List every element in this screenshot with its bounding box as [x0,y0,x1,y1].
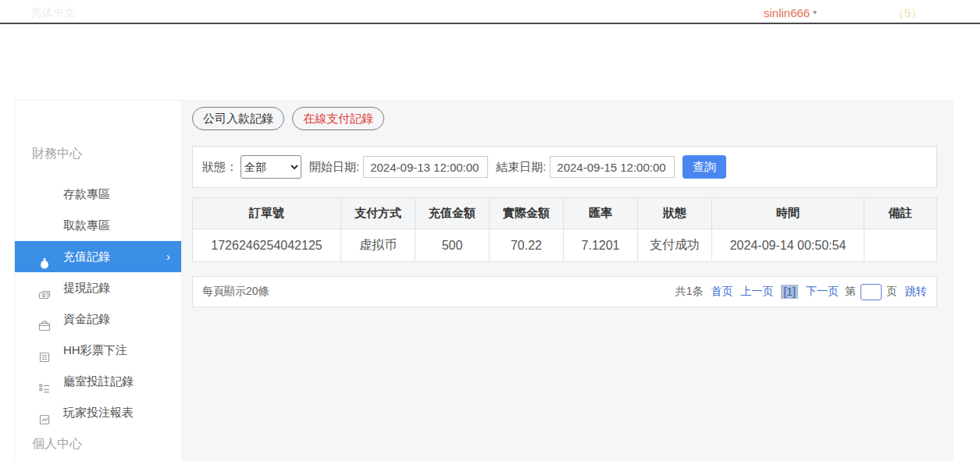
chevron-down-icon[interactable]: ▾ [813,8,817,16]
filter-bar: 狀態： 全部 開始日期: 結束日期: 查詢 [192,146,937,188]
col-recharge-amount: 充值金額 [415,198,490,229]
status-select[interactable]: 全部 [241,155,301,179]
col-exchange-rate: 匯率 [564,198,638,229]
jump-prefix-text: 第 [845,285,856,299]
search-button[interactable]: 查詢 [682,155,726,179]
main-panel: 財務中心 存款專區 取款專區 充值記錄 › 提現記錄 資金記錄 [14,100,952,461]
sidebar-item-label: 廳室投註記錄 [63,374,134,388]
table-row: 1726246254042125 虚拟币 500 70.22 7.1201 支付… [193,229,937,262]
col-actual-amount: 實際金額 [490,198,564,229]
status-label: 狀態： [202,160,237,175]
chevron-right-icon: › [166,241,170,272]
sidebar-item-label: 提現記錄 [63,281,110,294]
moneybag-icon [38,250,51,263]
cell-recharge-amount: 500 [415,229,490,262]
sidebar-section-finance[interactable]: 財務中心 [15,144,181,163]
cell-actual-amount: 70.22 [490,229,564,262]
col-time: 時間 [712,198,864,229]
chart-icon [38,406,51,419]
prev-page-link[interactable]: 上一页 [740,285,773,299]
sidebar-item-room-bet-records[interactable]: 廳室投註記錄 [15,366,181,397]
end-date-input[interactable] [550,156,675,178]
sidebar-item-deposit-zone[interactable]: 存款專區 [15,179,181,210]
col-remark: 備註 [864,198,937,229]
sidebar: 財務中心 存款專區 取款專區 充值記錄 › 提現記錄 資金記錄 [15,101,182,461]
message-count-badge[interactable]: （5） [893,6,922,21]
document-icon [38,344,51,356]
current-page-indicator[interactable]: [1] [781,285,798,299]
page-jump-input[interactable] [861,284,882,300]
sidebar-item-withdraw-zone[interactable]: 取款專區 [15,210,181,241]
cell-remark [864,229,937,262]
wallet-icon [38,313,51,325]
list-icon [38,375,51,388]
sidebar-item-label: 資金記錄 [63,312,110,325]
col-status: 狀態 [638,198,712,229]
sidebar-item-hh-lottery-bets[interactable]: HH彩票下注 [15,335,181,366]
sidebar-item-label: 玩家投注報表 [63,406,134,419]
jump-link[interactable]: 跳转 [905,285,927,299]
col-payment-method: 支付方式 [341,198,415,229]
sidebar-item-label: 充值記錄 [63,250,110,263]
language-switcher[interactable]: 简体中文 [31,6,75,20]
sidebar-item-label: HH彩票下注 [63,343,127,356]
cell-status: 支付成功 [638,229,712,262]
banknotes-icon [38,282,51,294]
sidebar-item-withdrawal-records[interactable]: 提現記錄 [15,272,181,303]
records-table: 訂單號 支付方式 充值金額 實際金額 匯率 狀態 時間 備註 172624625… [192,197,937,262]
start-date-input[interactable] [363,156,488,178]
table-header-row: 訂單號 支付方式 充值金額 實際金額 匯率 狀態 時間 備註 [193,198,937,229]
tab-company-deposit-records[interactable]: 公司入款記錄 [192,107,284,130]
sidebar-section-personal[interactable]: 個人中心 [15,434,181,453]
end-date-label: 結束日期: [496,160,546,175]
per-page-text: 每頁顯示20條 [202,285,269,299]
cell-time: 2024-09-14 00:50:54 [712,229,864,262]
sidebar-item-funds-records[interactable]: 資金記錄 [15,303,181,335]
sidebar-item-player-bet-report[interactable]: 玩家投注報表 [15,397,181,428]
jump-suffix-text: 页 [886,285,897,299]
sidebar-item-label: 存款專區 [63,187,110,200]
sidebar-item-label: 取款專區 [63,218,110,232]
cell-payment-method: 虚拟币 [341,229,415,262]
total-count-text: 共1条 [675,285,704,299]
first-page-link[interactable]: 首页 [711,285,732,299]
cell-order-number: 1726246254042125 [193,229,341,262]
cell-exchange-rate: 7.1201 [564,229,638,262]
username-dropdown[interactable]: sinlin666 [764,6,810,20]
record-tabs: 公司入款記錄 在線支付記錄 [192,107,937,130]
sidebar-item-recharge-records[interactable]: 充值記錄 › [15,241,181,272]
top-bar: 简体中文 sinlin666 ▾ （5） [0,0,980,24]
tab-online-payment-records[interactable]: 在線支付記錄 [292,107,384,130]
col-order-number: 訂單號 [193,198,341,229]
pagination-bar: 每頁顯示20條 共1条 首页 上一页 [1] 下一页 第 页 跳转 [192,276,937,307]
content-area: 公司入款記錄 在線支付記錄 狀態： 全部 開始日期: 結束日期: 查詢 訂單號 … [182,101,953,461]
start-date-label: 開始日期: [309,160,359,175]
next-page-link[interactable]: 下一页 [806,285,839,299]
